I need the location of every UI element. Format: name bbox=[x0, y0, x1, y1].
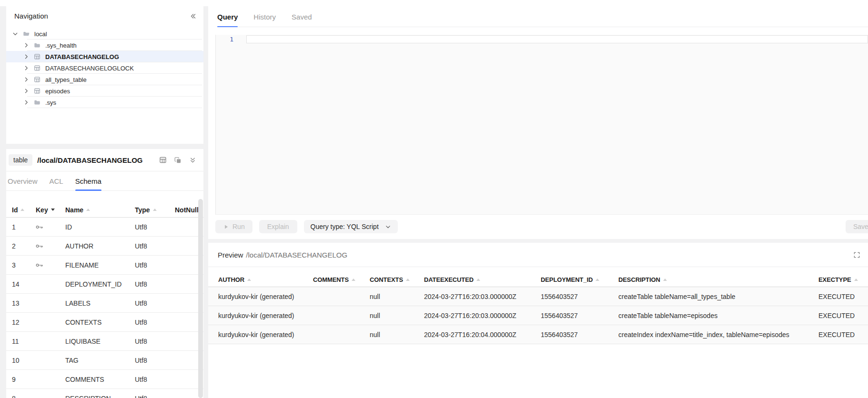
tab-label: Overview bbox=[8, 177, 38, 185]
schema-scrollbar[interactable] bbox=[198, 199, 203, 398]
schema-table-header: Id Key Name Type NotNull bbox=[6, 202, 203, 218]
tab-overview[interactable]: Overview bbox=[8, 177, 38, 190]
chevron-down-icon[interactable] bbox=[12, 31, 19, 37]
object-tabs: OverviewACLSchema bbox=[6, 171, 203, 191]
editor-current-line[interactable] bbox=[246, 35, 868, 43]
chevron-double-down-icon[interactable] bbox=[189, 157, 196, 164]
schema-cell-id: 3 bbox=[12, 261, 36, 269]
preview-column-comments[interactable]: COMMENTS bbox=[313, 276, 370, 283]
tab-schema[interactable]: Schema bbox=[75, 177, 101, 190]
preview-column-exectype[interactable]: EXECTYPE bbox=[818, 276, 868, 283]
chevron-right-icon[interactable] bbox=[23, 100, 30, 105]
preview-column-dateexecuted[interactable]: DATEEXECUTED bbox=[424, 276, 541, 283]
chevron-right-icon[interactable] bbox=[23, 77, 30, 82]
save-query-button[interactable]: Save query bbox=[846, 220, 868, 233]
preview-column-author[interactable]: AUTHOR bbox=[218, 276, 313, 283]
run-button[interactable]: Run bbox=[215, 220, 252, 233]
preview-row[interactable]: kurdyukov-kir (generated) null 2024-03-2… bbox=[208, 287, 868, 306]
save-query-label: Save query bbox=[853, 223, 868, 230]
table-icon bbox=[34, 65, 41, 71]
navigation-tree: local .sys_health DATABASECHANGELOG DATA… bbox=[6, 28, 203, 108]
explain-button[interactable]: Explain bbox=[259, 220, 297, 233]
preview-column-contexts[interactable]: CONTEXTS bbox=[370, 276, 424, 283]
folder-icon bbox=[34, 42, 41, 49]
cell-description: createTable tableName=episodes bbox=[618, 312, 818, 319]
panel-divider-horizontal bbox=[0, 144, 208, 149]
copy-icon[interactable] bbox=[174, 157, 182, 164]
tree-item-sys-health[interactable]: .sys_health bbox=[6, 40, 203, 51]
chevron-right-icon[interactable] bbox=[23, 42, 30, 48]
column-label: Name bbox=[65, 206, 83, 214]
table-preview-icon[interactable] bbox=[159, 156, 167, 164]
preview-column-description[interactable]: DESCRIPTION bbox=[618, 276, 818, 283]
schema-row[interactable]: 11 LIQUIBASE Utf8 bbox=[6, 332, 203, 351]
schema-cell-name: LIQUIBASE bbox=[65, 338, 135, 345]
key-icon bbox=[36, 263, 65, 268]
schema-cell-id: 10 bbox=[12, 357, 36, 364]
chevron-right-icon[interactable] bbox=[23, 65, 30, 71]
cell-deployment-id: 1556403527 bbox=[541, 293, 618, 300]
schema-row[interactable]: 2 AUTHOR Utf8 bbox=[6, 237, 203, 256]
schema-row[interactable]: 8 DESCRIPTION Utf8 bbox=[6, 389, 203, 398]
schema-cell-id: 2 bbox=[12, 242, 36, 250]
query-type-label: Query type: YQL Script bbox=[311, 223, 379, 230]
tree-item-sys[interactable]: .sys bbox=[6, 97, 203, 108]
tab-history[interactable]: History bbox=[253, 13, 276, 27]
play-icon bbox=[223, 224, 229, 230]
tab-query[interactable]: Query bbox=[217, 13, 238, 27]
schema-cell-name: ID bbox=[65, 223, 135, 231]
column-label: COMMENTS bbox=[313, 276, 349, 283]
object-path: /local/DATABASECHANGELOG bbox=[37, 156, 142, 164]
tree-item-label: episodes bbox=[45, 88, 70, 95]
tree-item-local[interactable]: local bbox=[6, 28, 203, 40]
preview-table-body: kurdyukov-kir (generated) null 2024-03-2… bbox=[208, 287, 868, 344]
schema-table-body: 1 ID Utf8 2 AUTHOR Utf8 3 FILENAME Utf8 … bbox=[6, 218, 203, 398]
schema-row[interactable]: 10 TAG Utf8 bbox=[6, 351, 203, 370]
schema-cell-id: 8 bbox=[12, 395, 36, 398]
key-icon bbox=[36, 225, 65, 229]
schema-row[interactable]: 3 FILENAME Utf8 bbox=[6, 256, 203, 275]
schema-cell-id: 14 bbox=[12, 280, 36, 288]
preview-path: /local/DATABASECHANGELOG bbox=[246, 251, 347, 259]
object-type-badge: table bbox=[9, 154, 32, 166]
schema-cell-name: AUTHOR bbox=[65, 242, 135, 250]
table-icon bbox=[34, 76, 41, 83]
schema-cell-type: Utf8 bbox=[135, 280, 175, 288]
schema-column-type[interactable]: Type bbox=[135, 206, 175, 214]
schema-row[interactable]: 14 DEPLOYMENT_ID Utf8 bbox=[6, 275, 203, 294]
preview-row[interactable]: kurdyukov-kir (generated) null 2024-03-2… bbox=[208, 306, 868, 325]
schema-column-key[interactable]: Key bbox=[36, 206, 65, 214]
schema-cell-name: DEPLOYMENT_ID bbox=[65, 280, 135, 288]
preview-table-header: AUTHOR COMMENTS CONTEXTS DATEEXECUTED DE… bbox=[208, 273, 868, 287]
tree-item-label: .sys bbox=[45, 99, 56, 106]
schema-cell-type: Utf8 bbox=[135, 318, 175, 326]
tree-item-databasechangeloglock[interactable]: DATABASECHANGELOGLOCK bbox=[6, 62, 203, 74]
tree-item-all-types-table[interactable]: all_types_table bbox=[6, 74, 203, 85]
tab-saved[interactable]: Saved bbox=[292, 13, 312, 27]
column-label: AUTHOR bbox=[218, 276, 244, 283]
query-type-dropdown[interactable]: Query type: YQL Script bbox=[304, 220, 398, 233]
schema-column-id[interactable]: Id bbox=[12, 206, 36, 214]
schema-cell-type: Utf8 bbox=[135, 299, 175, 307]
schema-column-name[interactable]: Name bbox=[65, 206, 135, 214]
schema-row[interactable]: 13 LABELS Utf8 bbox=[6, 294, 203, 313]
schema-row[interactable]: 9 COMMENTS Utf8 bbox=[6, 370, 203, 389]
chevron-right-icon[interactable] bbox=[23, 54, 30, 60]
tree-item-label: all_types_table bbox=[45, 76, 87, 83]
query-editor[interactable]: 1 bbox=[215, 35, 868, 215]
query-area: QueryHistorySaved 1 Run Explain Query ty… bbox=[208, 0, 868, 398]
sort-icon bbox=[663, 279, 667, 281]
preview-column-deployment-id[interactable]: DEPLOYMENT_ID bbox=[541, 276, 618, 283]
tree-item-episodes[interactable]: episodes bbox=[6, 85, 203, 97]
sort-icon bbox=[153, 209, 157, 211]
sort-icon bbox=[247, 279, 251, 281]
tab-acl[interactable]: ACL bbox=[50, 177, 63, 190]
schema-row[interactable]: 1 ID Utf8 bbox=[6, 218, 203, 237]
chevron-right-icon[interactable] bbox=[23, 88, 30, 94]
preview-row[interactable]: kurdyukov-kir (generated) null 2024-03-2… bbox=[208, 325, 868, 344]
tree-item-databasechangelog[interactable]: DATABASECHANGELOG bbox=[6, 51, 203, 62]
schema-row[interactable]: 12 CONTEXTS Utf8 bbox=[6, 313, 203, 332]
schema-cell-name: CONTEXTS bbox=[65, 318, 135, 326]
fullscreen-icon[interactable] bbox=[853, 251, 860, 259]
chevron-double-left-icon[interactable] bbox=[189, 12, 197, 20]
